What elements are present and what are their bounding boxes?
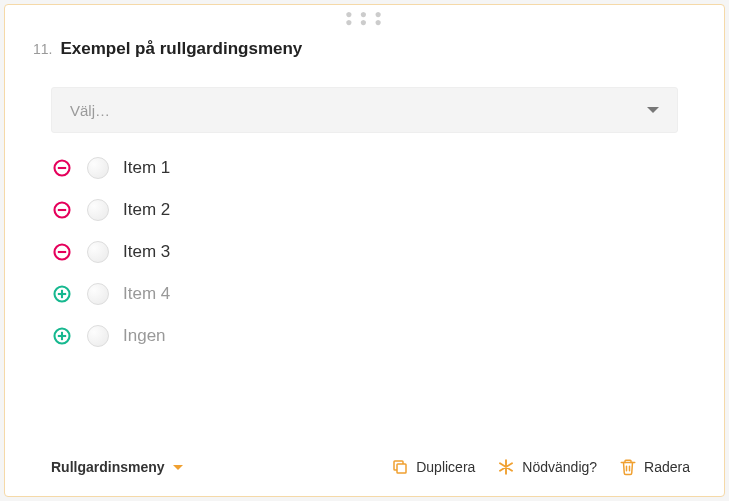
question-title[interactable]: Exempel på rullgardingsmeny [60,39,302,59]
drag-handle[interactable]: ● ● ● ● ● ● [5,5,724,29]
add-option-icon[interactable] [51,283,73,305]
question-type-label: Rullgardinsmeny [51,459,165,475]
duplicate-icon [391,458,409,476]
radio-icon [87,199,109,221]
asterisk-icon [497,458,515,476]
option-row: Item 3 [51,241,678,263]
chevron-down-icon [173,465,183,470]
option-label[interactable]: Item 2 [123,200,170,220]
radio-icon [87,241,109,263]
delete-label: Radera [644,459,690,475]
radio-icon [87,283,109,305]
radio-icon [87,325,109,347]
option-row: Item 1 [51,157,678,179]
question-header: 11. Exempel på rullgardingsmeny [5,29,724,67]
options-list: Item 1Item 2Item 3Item 4Ingen [51,157,678,347]
add-option-icon[interactable] [51,325,73,347]
svg-rect-12 [397,464,406,473]
question-body: Välj… Item 1Item 2Item 3Item 4Ingen [5,67,724,440]
option-row: Ingen [51,325,678,347]
option-label[interactable]: Item 3 [123,242,170,262]
remove-option-icon[interactable] [51,241,73,263]
question-type-select[interactable]: Rullgardinsmeny [51,459,183,475]
dropdown-select[interactable]: Välj… [51,87,678,133]
radio-icon [87,157,109,179]
chevron-down-icon [647,107,659,113]
question-card: ● ● ● ● ● ● 11. Exempel på rullgardingsm… [4,4,725,497]
duplicate-button[interactable]: Duplicera [385,454,481,480]
question-number: 11. [33,41,52,57]
required-button[interactable]: Nödvändig? [491,454,603,480]
option-label[interactable]: Item 1 [123,158,170,178]
question-footer: Rullgardinsmeny Duplicera Nödvändig? Rad… [5,440,724,496]
option-label[interactable]: Ingen [123,326,166,346]
remove-option-icon[interactable] [51,199,73,221]
dropdown-placeholder: Välj… [70,102,110,119]
option-row: Item 2 [51,199,678,221]
option-row: Item 4 [51,283,678,305]
remove-option-icon[interactable] [51,157,73,179]
delete-button[interactable]: Radera [613,454,696,480]
trash-icon [619,458,637,476]
required-label: Nödvändig? [522,459,597,475]
duplicate-label: Duplicera [416,459,475,475]
option-label[interactable]: Item 4 [123,284,170,304]
